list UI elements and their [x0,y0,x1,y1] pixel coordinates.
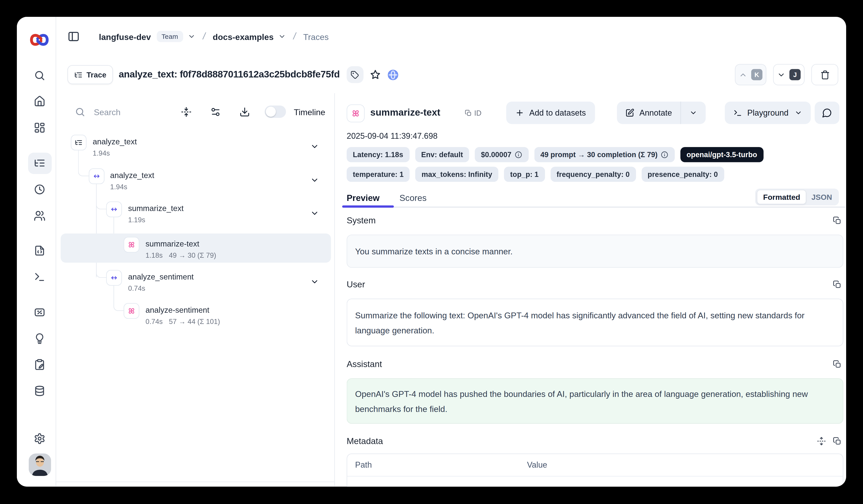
pen-square-icon [625,108,635,117]
sessions-clock-icon[interactable] [34,184,46,195]
tab-scores[interactable]: Scores [400,193,427,203]
lightbulb-icon[interactable] [34,333,46,345]
home-icon[interactable] [34,95,46,107]
datasets-database-icon[interactable] [34,385,46,397]
tree-node-analyze-sentiment-span[interactable]: analyze_sentiment 0.74s [61,267,331,297]
chevron-down-icon[interactable] [310,209,319,218]
comment-bubble-icon [822,108,832,118]
tracing-icon[interactable] [34,157,46,169]
download-icon[interactable] [239,106,250,117]
chevron-down-icon[interactable] [278,33,286,40]
tree-toolbar: Timeline [56,93,334,130]
expand-vertical-icon[interactable] [817,437,826,445]
annotate-split-button: Annotate [617,102,706,124]
chevron-down-icon[interactable] [188,33,196,40]
search-icon [75,106,86,117]
playground-button[interactable]: Playground [725,102,811,124]
collapse-all-icon[interactable] [181,106,192,117]
node-metrics: 0.74s57 → 44 (Σ 101) [146,318,220,325]
tags-button[interactable] [347,66,363,83]
tree-search-input[interactable] [93,106,157,117]
max-tokens-badge: max_tokens: Infinity [415,167,498,182]
tree-node-analyze-sentiment-generation[interactable]: analyze-sentiment 0.74s57 → 44 (Σ 101) [61,300,331,330]
latency-badge: Latency: 1.18s [347,147,410,162]
annotation-clipboard-icon[interactable] [34,359,46,371]
breadcrumb-page[interactable]: Traces [303,32,328,41]
dashboard-icon[interactable] [34,122,46,134]
users-icon[interactable] [34,210,46,222]
chevron-up-icon [739,70,748,79]
chevron-down-icon [795,109,802,117]
trace-title: analyze_text: f0f78d8887011612a3c25bdcb8… [118,69,340,80]
badge-row-params: temperature: 1 max_tokens: Infinity top_… [347,167,724,182]
tree-node-summarize-text-span[interactable]: summarize_text 1.19s [61,198,331,229]
frequency-penalty-badge: frequency_penalty: 0 [550,167,636,182]
user-section-heading: User [347,280,365,289]
comments-button[interactable] [815,102,839,124]
tree-node-summarize-text-generation[interactable]: summarize-text 1.18s49 → 30 (Σ 79) [61,233,331,263]
plus-icon [515,108,524,117]
app-window: langfuse-dev Team / docs-examples / Trac… [17,17,846,487]
formatted-option[interactable]: Formatted [757,190,806,204]
chevron-down-icon[interactable] [310,142,319,151]
scores-percent-icon[interactable] [34,307,46,318]
breadcrumb-project[interactable]: langfuse-dev [99,32,151,41]
copy-icon[interactable] [833,437,842,445]
token-usage-badge[interactable]: 49 prompt → 30 completion (Σ 79) [534,147,675,162]
tree-node-analyze-text-root[interactable]: analyze_text 1.94s [61,131,331,161]
assistant-message-card: OpenAI's GPT-4 model has pushed the boun… [347,378,843,424]
next-trace-button[interactable]: J [773,64,804,85]
observation-timestamp: 2025-09-04 11:39:47.698 [347,131,438,140]
tabbar-divider [342,207,845,207]
trace-header-bar: Trace analyze_text: f0f78d8887011612a3c2… [56,56,846,94]
node-label: analyze-sentiment [146,305,210,314]
tree-node-analyze-text-span[interactable]: analyze_text 1.94s [61,165,331,195]
trace-badge-label: Trace [87,70,106,79]
shortcut-key-k: K [751,69,763,80]
span-node-icon [106,202,122,217]
breadcrumb-environment[interactable]: docs-examples [213,32,274,41]
delete-trace-button[interactable] [811,64,838,85]
chevron-down-icon [689,109,697,117]
system-message-text: You summarize texts in a concise manner. [355,244,513,259]
tab-preview[interactable]: Preview [347,193,380,203]
chevron-down-icon [777,70,786,79]
prev-trace-button[interactable]: K [735,64,766,85]
chevron-down-icon[interactable] [310,176,319,185]
annotate-dropdown-button[interactable] [681,102,706,124]
copy-icon[interactable] [833,280,842,289]
timeline-toggle[interactable] [264,105,286,118]
annotate-button[interactable]: Annotate [617,102,680,124]
bookmark-star-icon[interactable] [370,69,381,80]
prompts-icon[interactable] [34,245,46,257]
chevron-down-icon[interactable] [310,277,319,286]
view-settings-icon[interactable] [210,106,221,117]
user-avatar[interactable] [29,453,51,476]
observation-title: summarize-text [371,107,440,118]
env-badge: Env: default [415,147,469,162]
sidebar-toggle-icon[interactable] [67,30,80,43]
metadata-col-value: Value [527,460,547,469]
langfuse-logo-icon[interactable] [29,30,49,49]
cost-badge[interactable]: $0.00007 [475,147,529,162]
system-section-heading: System [347,216,376,225]
copy-icon[interactable] [833,216,842,225]
settings-gear-icon[interactable] [34,433,46,445]
model-badge[interactable]: openai/gpt-3.5-turbo [680,147,763,162]
search-icon[interactable] [34,69,46,81]
span-node-icon [106,270,122,286]
trash-icon [820,70,830,79]
generation-icon [347,104,365,122]
playground-terminal-icon[interactable] [34,271,46,283]
metadata-section-heading: Metadata [347,436,383,446]
copy-id-button[interactable]: ID [465,109,481,117]
terminal-icon [733,108,742,117]
add-to-datasets-button[interactable]: Add to datasets [506,102,595,124]
json-option[interactable]: JSON [806,193,837,202]
copy-icon[interactable] [833,360,842,369]
public-globe-icon[interactable] [387,69,399,81]
node-duration: 0.74s [128,285,145,293]
metadata-col-path: Path [355,460,372,469]
user-message-card: Summarize the following text: OpenAI's G… [347,299,843,346]
node-duration: 1.94s [110,183,127,191]
